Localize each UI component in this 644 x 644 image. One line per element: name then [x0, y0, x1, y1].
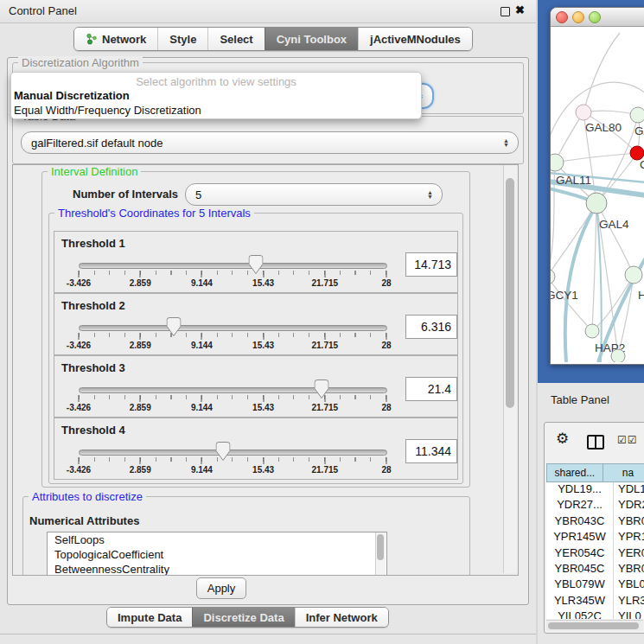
combo-arrows-icon: ▲▼	[502, 138, 510, 147]
tick-label: 21.715	[312, 341, 339, 350]
network-node-GA[interactable]	[630, 107, 644, 123]
slider-tick-labels: -3.4262.8599.14415.4321.71528	[79, 465, 386, 475]
dropdown-option-manual[interactable]: Manual Discretization	[11, 88, 421, 103]
close-traffic-light[interactable]	[556, 11, 568, 23]
settings-scrollbar[interactable]	[503, 165, 517, 573]
table-row[interactable]: YDR27...YDR2	[546, 498, 644, 513]
table-row[interactable]: YPR145WYPR1	[546, 530, 644, 545]
network-node-label: GA	[634, 124, 644, 137]
attribute-list-item[interactable]: TopologicalCoefficient	[48, 547, 386, 562]
cyni-bottom-tabs: Impute Data Discretize Data Infer Networ…	[106, 607, 389, 628]
table-row[interactable]: YBL079WYBL0	[546, 577, 644, 593]
table-data-combobox[interactable]: galFiltered.sif default node ▲▼	[21, 131, 519, 154]
network-edge	[583, 33, 620, 112]
dropdown-option-equal-width[interactable]: Equal Width/Frequency Discretization	[11, 103, 421, 118]
tick-label: 15.43	[252, 465, 274, 475]
number-of-intervals-label: Number of Intervals	[73, 188, 178, 201]
tick-label: -3.426	[67, 403, 91, 412]
attributes-group-title: Attributes to discretize	[29, 490, 146, 503]
threshold-label: Threshold 2	[61, 299, 125, 312]
threshold-value-field[interactable]	[405, 252, 457, 277]
attribute-list-item[interactable]: BetweennessCentrality	[48, 562, 386, 576]
table-header-row: shared... na	[546, 463, 644, 482]
tick-label: 21.715	[312, 403, 339, 412]
table-row[interactable]: YBR043CYBR0	[546, 514, 644, 530]
right-region: GAL80GACGAL11GAL4GCY1HHAP2 Table Panel ⚙…	[538, 0, 644, 644]
table-row[interactable]: YBR045CYBR0	[546, 562, 644, 577]
tick-label: 2.859	[130, 465, 151, 475]
network-node-label: GAL11	[556, 174, 591, 187]
tab-impute-data[interactable]: Impute Data	[107, 608, 192, 627]
tab-cyni-toolbox[interactable]: Cyni Toolbox	[265, 28, 358, 50]
tick-label: 15.43	[252, 403, 274, 412]
network-node-GCY1[interactable]	[551, 269, 555, 284]
network-canvas[interactable]: GAL80GACGAL11GAL4GCY1HHAP2	[551, 26, 644, 362]
tick-label: 28	[381, 341, 391, 350]
column-header-name[interactable]: na	[603, 463, 644, 482]
hscrollbar-thumb[interactable]	[548, 622, 639, 629]
combo-arrows-icon: ▲▼	[426, 190, 434, 199]
slider-ticks	[79, 395, 386, 402]
number-of-intervals-combobox[interactable]: 5 ▲▼	[185, 183, 443, 206]
panel-title: Control Panel	[9, 4, 77, 17]
table-panel-title: Table Panel	[551, 393, 609, 406]
numerical-attributes-label: Numerical Attributes	[29, 514, 139, 527]
table-row[interactable]: YIL052CYIL0	[546, 609, 644, 619]
select-columns-icon[interactable]: ☑☑	[617, 434, 638, 446]
numerical-attributes-list: SelfLoopsTopologicalCoefficientBetweenne…	[47, 532, 387, 576]
tick-label: -3.426	[67, 278, 91, 288]
table-row[interactable]: YDL19...YDL1	[546, 482, 644, 498]
scrollbar-thumb[interactable]	[506, 178, 514, 408]
settings-scrollpane: Interval Definition Number of Intervals …	[12, 164, 519, 576]
network-node-H[interactable]	[625, 266, 642, 284]
tick-label: 9.144	[191, 465, 213, 475]
tick-label: 9.144	[191, 341, 213, 350]
network-view-window: GAL80GACGAL11GAL4GCY1HHAP2	[550, 7, 644, 365]
network-node-GAL11[interactable]	[551, 154, 564, 171]
control-panel-titlebar	[0, 0, 536, 23]
tick-label: 15.43	[252, 341, 274, 350]
threshold-value-field[interactable]	[405, 377, 457, 401]
tick-label: 2.859	[130, 278, 151, 288]
zoom-traffic-light[interactable]	[589, 11, 601, 23]
network-icon	[86, 33, 98, 45]
split-columns-icon[interactable]	[587, 435, 604, 450]
network-node[interactable]	[611, 349, 625, 362]
network-edge	[551, 277, 592, 331]
threshold-value-field[interactable]	[405, 315, 457, 339]
network-node-label: C	[640, 158, 644, 171]
tab-style[interactable]: Style	[157, 28, 207, 50]
network-node-GAL4[interactable]	[586, 193, 607, 214]
float-window-icon[interactable]	[501, 7, 510, 16]
tab-network[interactable]: Network	[74, 28, 157, 50]
threshold-row: Threshold 4 -3.4262.8599.14415.4321.7152…	[54, 418, 458, 480]
gear-icon[interactable]: ⚙	[556, 430, 569, 448]
threshold-value-field[interactable]	[405, 439, 457, 463]
tick-label: 28	[381, 403, 391, 412]
tab-select[interactable]: Select	[207, 28, 264, 50]
network-node-GAL80[interactable]	[576, 105, 591, 120]
tick-label: 2.859	[130, 403, 151, 412]
network-node-label: GAL80	[585, 121, 622, 134]
tab-jactivemnodules[interactable]: jActiveMNodules	[358, 28, 472, 50]
close-icon[interactable]: ✖	[515, 3, 525, 16]
column-header-shared-name[interactable]: shared...	[546, 463, 603, 482]
apply-button[interactable]: Apply	[196, 577, 246, 599]
network-node-label: H	[638, 289, 644, 302]
network-node-HAP2[interactable]	[585, 324, 599, 338]
minimize-traffic-light[interactable]	[572, 11, 584, 23]
table-hscrollbar[interactable]	[546, 620, 643, 631]
attribute-list-item[interactable]: SelfLoops	[48, 532, 386, 547]
table-row[interactable]: YER054CYER0	[546, 546, 644, 562]
tab-infer-network[interactable]: Infer Network	[295, 608, 388, 627]
table-row[interactable]: YLR345WYLR3	[546, 594, 644, 609]
network-edge	[592, 203, 596, 331]
threshold-row: Threshold 3 -3.4262.8599.14415.4321.7152…	[54, 355, 458, 418]
algorithm-dropdown-popup: Select algorithm to view settings Manual…	[10, 72, 422, 119]
threshold-label: Threshold 4	[61, 424, 125, 437]
threshold-label: Threshold 3	[61, 361, 125, 374]
list-scrollbar[interactable]	[375, 532, 386, 576]
network-edge	[555, 153, 637, 163]
tab-discretize-data[interactable]: Discretize Data	[192, 608, 294, 627]
slider-tick-labels: -3.4262.8599.14415.4321.71528	[79, 278, 386, 289]
